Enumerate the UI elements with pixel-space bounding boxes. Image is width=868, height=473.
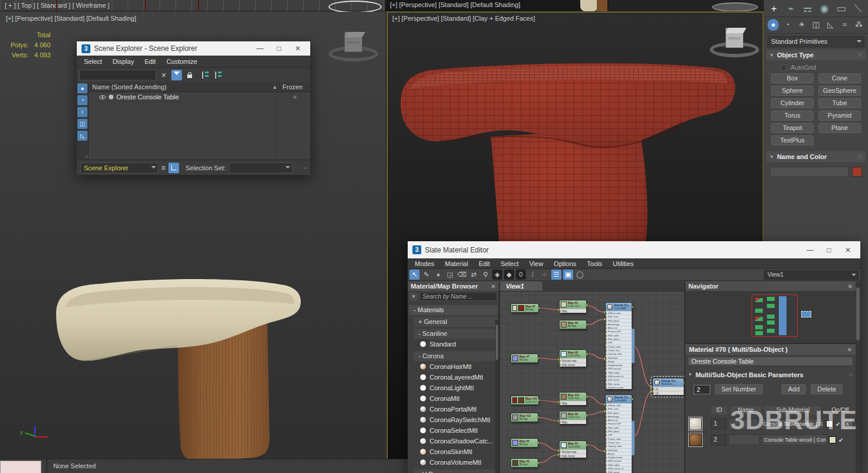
menu-item[interactable]: Edit <box>145 58 156 65</box>
viewcube-cube[interactable]: FRONT <box>344 32 362 52</box>
node-socket[interactable] <box>631 306 633 308</box>
submaterial-thumb[interactable] <box>689 433 702 446</box>
submaterial-thumb[interactable] <box>689 417 702 430</box>
submaterial-button[interactable]: Console Table marble ( Cor <box>760 419 824 429</box>
put-to-library-icon[interactable]: ◲ <box>445 270 455 280</box>
node-socket[interactable] <box>586 353 588 355</box>
show-background-icon[interactable]: ◆ <box>504 270 514 280</box>
browser-header[interactable]: Material/Map Browser✕ <box>408 281 499 291</box>
tree-material-item[interactable]: CoronaLightMtl <box>408 383 499 393</box>
node-socket[interactable] <box>586 396 588 398</box>
delete-icon[interactable]: ⌫ <box>457 270 467 280</box>
primitive-button-sphere[interactable]: Sphere <box>771 86 814 96</box>
close-icon[interactable]: ✕ <box>491 283 496 290</box>
node-map[interactable]: Map #9Color Cor...Map <box>559 411 587 425</box>
cameras-icon[interactable]: ◫ <box>810 19 821 31</box>
object-type-rollout[interactable]: ▼Object Type⁙ <box>766 50 866 60</box>
node-socket[interactable] <box>586 303 588 306</box>
browser-scrollbar[interactable] <box>495 320 499 473</box>
name-cell[interactable] <box>728 419 758 429</box>
tree-material-item[interactable]: CoronaRaySwitchMtl <box>408 414 499 425</box>
assign-material-icon[interactable]: ◕ <box>433 270 443 280</box>
primitive-button-cone[interactable]: Cone <box>818 73 861 83</box>
slate-titlebar[interactable]: 3 Slate Material Editor — □ ✕ <box>408 241 860 258</box>
tree-subgroup[interactable]: + General <box>414 317 498 327</box>
tree-material-item[interactable]: CoronaHairMtl <box>408 361 499 372</box>
node-map[interactable]: Map #2Bitmap <box>511 303 539 313</box>
menu-item[interactable]: Select <box>84 58 102 65</box>
node-socket[interactable] <box>606 387 607 389</box>
menu-item[interactable]: Edit <box>479 260 490 267</box>
primitive-button-cylinder[interactable]: Cylinder <box>771 98 814 108</box>
primitive-button-plane[interactable]: Plane <box>818 123 861 133</box>
table-header-id[interactable]: ID <box>711 406 727 414</box>
tab-create-icon[interactable]: + <box>768 2 781 15</box>
delete-button[interactable]: Delete <box>811 384 843 394</box>
navigator-minimap[interactable] <box>685 291 856 343</box>
node-map[interactable]: Map #3Bitmap <box>511 458 538 468</box>
show-number-icon[interactable]: 0 <box>516 270 526 280</box>
node-socket[interactable] <box>631 398 633 400</box>
viewport-label[interactable]: [+] [Perspective] [Standard] [Clay + Edg… <box>392 15 535 22</box>
table-header-submaterial[interactable]: Sub-Material <box>765 406 821 414</box>
spacewarps-icon[interactable]: ≈ <box>839 19 850 31</box>
primitive-button-tube[interactable]: Tube <box>818 98 861 108</box>
node-socket[interactable] <box>586 414 588 417</box>
clear-search-icon[interactable]: ✕ <box>158 70 169 80</box>
submaterial-row[interactable]: 1Console Table marble ( Cor✔∧ <box>689 417 852 431</box>
viewcube-front-label[interactable]: FRONT <box>345 41 362 44</box>
node-map[interactable]: Map #6Bitmap <box>559 320 587 329</box>
preview-icon[interactable]: ◯ <box>575 270 585 280</box>
viewcube[interactable]: FRONT <box>710 27 760 62</box>
filter-helpers-icon[interactable]: ◺ <box>77 131 87 141</box>
menu-item[interactable]: Modes <box>415 260 434 267</box>
table-header-name[interactable]: Name <box>730 406 761 414</box>
autogrid-checkbox[interactable] <box>781 64 787 71</box>
visibility-eye-icon[interactable] <box>99 95 106 99</box>
flat-view-icon[interactable] <box>210 70 221 80</box>
onoff-checkbox[interactable]: ✔ <box>838 437 843 443</box>
set-number-button[interactable]: Set Number <box>715 384 763 394</box>
node-socket[interactable] <box>560 402 561 404</box>
filter-shapes-icon[interactable]: ◔ <box>77 95 87 105</box>
node-map[interactable]: Map #7Bitmap <box>511 354 538 363</box>
node-socket[interactable] <box>560 364 561 366</box>
object-name-field[interactable] <box>770 167 849 177</box>
tree-group[interactable]: - Materials <box>409 305 498 315</box>
node-map[interactable]: Map #5Bitmap <box>511 438 538 448</box>
menu-item[interactable]: Options <box>554 260 576 267</box>
browser-search-input[interactable]: Search by Name ... <box>420 292 497 301</box>
primitive-button-box[interactable]: Box <box>771 73 814 83</box>
tree-material-item[interactable]: Standard <box>408 339 499 349</box>
node-corona[interactable]: Oreste Co...CoronaMtlDiffuse colorRefl. … <box>605 302 632 390</box>
close-icon[interactable]: ✕ <box>848 283 853 290</box>
shapes-icon[interactable]: ◔ <box>782 19 793 31</box>
tree-material-item[interactable]: CoronaShadowCatc... <box>408 436 499 446</box>
menu-item[interactable]: Material <box>445 260 468 267</box>
node-multisub[interactable]: Oreste Co...Multi/Sub...(1)(2) <box>652 378 684 396</box>
viewport-label[interactable]: [+] [Perspective] [Standard] [Default Sh… <box>6 15 136 22</box>
maximize-icon[interactable]: □ <box>271 44 287 53</box>
maxscript-mini-listener[interactable] <box>0 461 41 473</box>
lock-icon[interactable] <box>184 70 195 80</box>
menu-item[interactable]: Select <box>500 260 519 267</box>
node-map[interactable]: Map #10Color Cor... <box>511 396 539 405</box>
node-socket[interactable] <box>537 416 539 419</box>
node-socket[interactable] <box>653 388 654 390</box>
close-icon[interactable]: ✕ <box>290 44 305 53</box>
filter-icon[interactable] <box>171 70 182 80</box>
name-color-rollout[interactable]: ▼Name and Color⁙ <box>766 151 866 162</box>
node-socket[interactable] <box>653 392 654 394</box>
object-color-swatch[interactable] <box>852 167 862 177</box>
primitive-button-textplus[interactable]: TextPlus <box>771 135 814 145</box>
submaterial-color-swatch[interactable] <box>826 420 833 427</box>
node-socket[interactable] <box>537 462 539 464</box>
node-corona[interactable]: Oreste Co...CoronaMtlDiffuse colorRefl. … <box>605 394 632 473</box>
minimize-icon[interactable]: — <box>252 44 268 53</box>
submaterial-color-swatch[interactable] <box>829 436 836 443</box>
tab-modify-icon[interactable]: ⌁ <box>785 2 798 15</box>
name-column-header[interactable]: Name (Sorted Ascending) <box>92 83 167 90</box>
filter-cameras-icon[interactable]: ◫ <box>77 119 87 129</box>
maximize-icon[interactable]: □ <box>821 246 837 254</box>
menu-item[interactable]: Display <box>113 58 134 65</box>
